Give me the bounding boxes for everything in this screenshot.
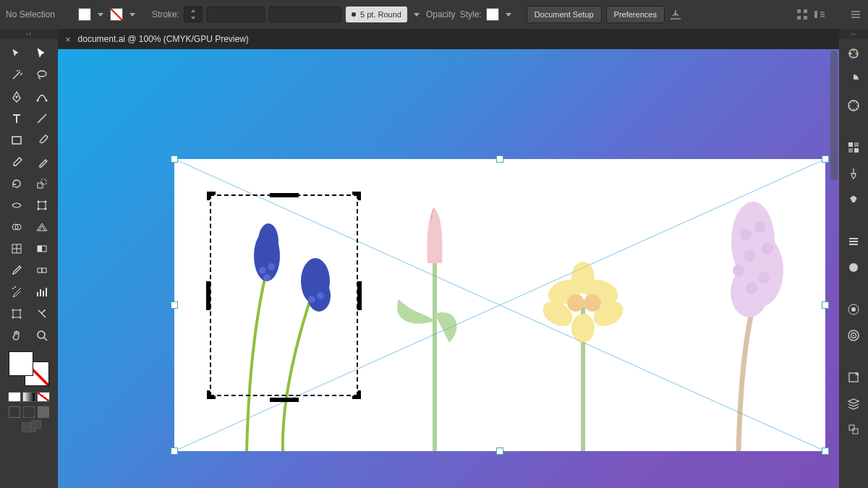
canvas-viewport[interactable] <box>58 49 839 488</box>
symbol-sprayer-tool[interactable] <box>4 282 28 302</box>
properties-panel-icon[interactable] <box>846 98 861 113</box>
symbols-panel-icon[interactable] <box>846 192 861 207</box>
arrange-icon[interactable] <box>813 8 826 21</box>
fill-stroke-indicator[interactable] <box>6 351 52 386</box>
screen-mode-icon[interactable] <box>22 422 36 432</box>
crop-corner-tl[interactable] <box>207 192 227 212</box>
preferences-button[interactable]: Preferences <box>606 6 665 23</box>
draw-behind-icon[interactable] <box>23 406 35 418</box>
type-tool[interactable] <box>4 108 28 129</box>
document-setup-button[interactable]: Document Setup <box>527 6 602 23</box>
swatches-panel-icon[interactable] <box>846 140 861 155</box>
align-to-icon[interactable] <box>669 8 682 21</box>
transparency-panel-icon[interactable] <box>846 260 861 275</box>
crop-edge-bottom[interactable] <box>270 395 299 401</box>
layers-panel-icon[interactable] <box>846 396 861 411</box>
shape-builder-tool[interactable] <box>4 217 28 237</box>
bbox-handle-mr[interactable] <box>822 301 829 309</box>
flower-daffodil <box>507 176 652 451</box>
color-mode-gradient[interactable] <box>22 392 35 402</box>
color-guide-panel-icon[interactable] <box>846 72 861 87</box>
libraries-panel-icon[interactable] <box>846 328 861 343</box>
direct-selection-tool[interactable] <box>30 43 54 64</box>
draw-normal-icon[interactable] <box>9 406 20 418</box>
stroke-swatch[interactable] <box>110 8 123 21</box>
svg-point-8 <box>45 100 47 102</box>
export-panel-icon[interactable] <box>846 370 861 385</box>
shaper-tool[interactable] <box>4 152 28 172</box>
magic-wand-tool[interactable] <box>4 65 28 85</box>
draw-inside-icon[interactable] <box>38 406 49 418</box>
bbox-handle-tc[interactable] <box>496 155 503 163</box>
svg-rect-37 <box>854 148 859 153</box>
document-tab-title[interactable]: document.ai @ 100% (CMYK/GPU Preview) <box>78 34 249 44</box>
fill-color-box[interactable] <box>9 351 33 376</box>
crop-marquee[interactable] <box>210 194 358 396</box>
perspective-grid-tool[interactable] <box>30 217 54 237</box>
zoom-tool[interactable] <box>30 325 54 346</box>
brush-dd[interactable] <box>412 8 422 21</box>
rectangle-tool[interactable] <box>4 130 28 150</box>
scale-tool[interactable] <box>30 174 54 194</box>
grid-view-icon[interactable] <box>796 8 809 21</box>
stroke-panel-icon[interactable] <box>846 234 861 249</box>
svg-point-65 <box>584 294 601 312</box>
bbox-handle-tl[interactable] <box>171 155 178 163</box>
pen-tool[interactable] <box>4 87 28 107</box>
crop-corner-tr[interactable] <box>341 192 361 212</box>
svg-rect-1 <box>804 9 807 13</box>
color-mode-solid[interactable] <box>8 392 21 402</box>
svg-rect-26 <box>13 310 20 317</box>
toolbar-collapse-handle[interactable]: ‹‹ <box>0 29 58 39</box>
rotate-tool[interactable] <box>4 174 28 194</box>
bbox-handle-bl[interactable] <box>171 448 178 455</box>
curvature-tool[interactable] <box>30 87 54 107</box>
menu-icon[interactable] <box>849 8 862 21</box>
width-tool[interactable] <box>4 195 28 215</box>
opacity-label: Opacity <box>426 9 456 20</box>
bbox-handle-tr[interactable] <box>822 155 829 163</box>
crop-corner-br[interactable] <box>341 379 361 399</box>
stroke-profile-dropdown[interactable] <box>207 7 265 22</box>
brushes-panel-icon[interactable] <box>846 166 861 181</box>
svg-point-29 <box>853 50 855 52</box>
color-mode-none[interactable] <box>37 392 50 402</box>
crop-corner-bl[interactable] <box>207 379 227 399</box>
crop-edge-right[interactable] <box>357 281 362 310</box>
crop-edge-left[interactable] <box>205 281 211 310</box>
brush-preview-dropdown[interactable] <box>269 7 341 22</box>
lasso-tool[interactable] <box>30 65 54 85</box>
bbox-handle-ml[interactable] <box>171 301 178 309</box>
slice-tool[interactable] <box>30 304 54 324</box>
eraser-tool[interactable] <box>30 152 54 172</box>
appearance-panel-icon[interactable] <box>846 302 861 317</box>
stroke-dropdown[interactable] <box>127 8 137 21</box>
svg-point-24 <box>12 288 14 289</box>
hand-tool[interactable] <box>4 325 28 346</box>
gradient-tool[interactable] <box>30 239 54 259</box>
fill-swatch[interactable] <box>78 8 91 21</box>
artboard-tool[interactable] <box>4 304 28 324</box>
style-dd[interactable] <box>503 8 514 21</box>
crop-edge-top[interactable] <box>270 190 299 196</box>
vertical-scrollbar[interactable] <box>830 51 838 181</box>
color-panel-icon[interactable] <box>846 46 861 61</box>
mesh-tool[interactable] <box>4 239 28 259</box>
paintbrush-tool[interactable] <box>30 130 54 150</box>
bbox-handle-br[interactable] <box>822 448 829 455</box>
free-transform-tool[interactable] <box>30 195 54 215</box>
brush-definition-dropdown[interactable]: 5 pt. Round <box>346 7 407 22</box>
close-tab-icon[interactable]: × <box>65 34 71 45</box>
graphic-style-swatch[interactable] <box>486 8 499 21</box>
svg-point-69 <box>740 228 752 240</box>
stroke-weight-input[interactable] <box>184 7 203 22</box>
line-segment-tool[interactable] <box>30 108 54 129</box>
fill-dropdown[interactable] <box>95 8 106 21</box>
eyedropper-tool[interactable] <box>4 260 28 281</box>
selection-tool[interactable] <box>4 43 28 64</box>
panel-collapse-handle[interactable]: ›› <box>839 29 868 39</box>
blend-tool[interactable] <box>30 260 54 281</box>
column-graph-tool[interactable] <box>30 282 54 302</box>
bbox-handle-bc[interactable] <box>496 448 503 455</box>
asset-export-panel-icon[interactable] <box>846 422 861 437</box>
